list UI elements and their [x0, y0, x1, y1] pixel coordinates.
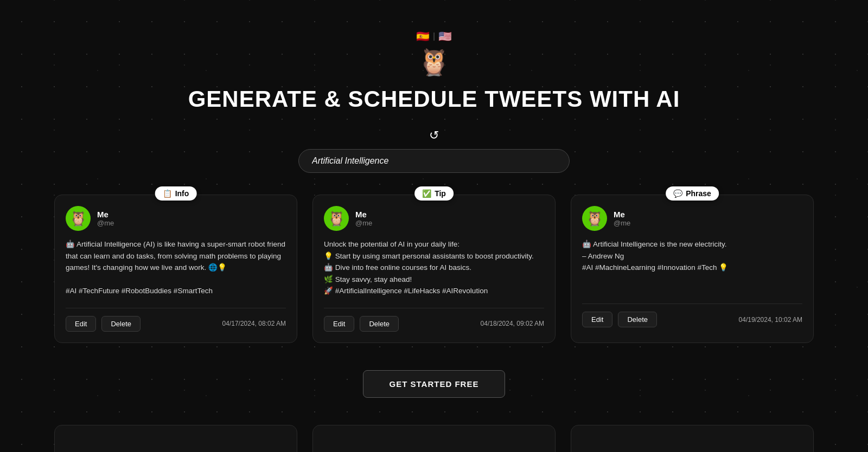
- delete-button-3[interactable]: Delete: [618, 312, 657, 327]
- badge-label-1: Info: [175, 189, 189, 198]
- page-title: GENERATE & SCHEDULE TWEETS WITH AI: [188, 86, 680, 112]
- card-footer-2: Edit Delete 04/18/2024, 09:02 AM: [324, 308, 544, 332]
- bottom-card-1: [54, 425, 297, 452]
- username-3: Me: [614, 210, 630, 219]
- edit-button-1[interactable]: Edit: [66, 316, 96, 332]
- user-info-2: Me @me: [355, 210, 372, 227]
- search-input[interactable]: [298, 149, 570, 173]
- card-header-1: 🦉 Me @me: [66, 206, 286, 231]
- search-container: [298, 149, 570, 173]
- handle-3: @me: [614, 219, 630, 227]
- card-body-2: Unlock the potential of AI in your daily…: [324, 238, 544, 297]
- delete-button-2[interactable]: Delete: [360, 316, 399, 332]
- card-footer-1: Edit Delete 04/17/2024, 08:02 AM: [66, 308, 286, 332]
- card-header-2: 🦉 Me @me: [324, 206, 544, 231]
- delete-button-1[interactable]: Delete: [101, 316, 141, 332]
- card-body-1: 🤖 Artificial Intelligence (AI) is like h…: [66, 238, 286, 297]
- user-info-1: Me @me: [97, 210, 114, 227]
- badge-icon-2: ✅: [422, 189, 431, 198]
- badge-1: 📋 Info: [155, 186, 197, 201]
- flags-row: 🇪🇸 | 🇺🇸: [416, 30, 452, 43]
- refresh-button[interactable]: ↺: [427, 127, 441, 144]
- tweet-card-1: 📋 Info 🦉 Me @me 🤖 Artificial Intelligenc…: [54, 195, 297, 343]
- username-2: Me: [355, 210, 372, 219]
- page-wrapper: 🇪🇸 | 🇺🇸 🦉 GENERATE & SCHEDULE TWEETS WIT…: [0, 0, 868, 452]
- badge-2: ✅ Tip: [414, 186, 454, 201]
- timestamp-2: 04/18/2024, 09:02 AM: [481, 320, 544, 327]
- bottom-cards-row: [54, 425, 814, 452]
- avatar-2: 🦉: [324, 206, 349, 231]
- cta-button[interactable]: GET STARTED FREE: [363, 370, 506, 398]
- refresh-row: ↺: [427, 127, 441, 144]
- spanish-flag: 🇪🇸: [416, 30, 430, 43]
- handle-2: @me: [355, 219, 372, 227]
- cards-row: 📋 Info 🦉 Me @me 🤖 Artificial Intelligenc…: [54, 195, 814, 343]
- username-1: Me: [97, 210, 114, 219]
- badge-label-2: Tip: [435, 189, 446, 198]
- card-footer-3: Edit Delete 04/19/2024, 10:02 AM: [582, 304, 802, 327]
- card-header-3: 🦉 Me @me: [582, 206, 802, 231]
- avatar-1: 🦉: [66, 206, 91, 231]
- timestamp-1: 04/17/2024, 08:02 AM: [222, 320, 286, 327]
- bottom-card-2: [312, 425, 556, 452]
- app-logo: 🦉: [418, 47, 450, 78]
- badge-3: 💬 Phrase: [666, 186, 719, 201]
- bottom-card-3: [571, 425, 814, 452]
- edit-button-2[interactable]: Edit: [324, 316, 354, 332]
- timestamp-3: 04/19/2024, 10:02 AM: [739, 316, 802, 324]
- flag-divider: |: [433, 31, 435, 41]
- edit-button-3[interactable]: Edit: [582, 312, 612, 327]
- badge-label-3: Phrase: [686, 189, 711, 198]
- tweet-card-2: ✅ Tip 🦉 Me @me Unlock the potential of A…: [312, 195, 556, 343]
- avatar-3: 🦉: [582, 206, 607, 231]
- badge-icon-3: 💬: [673, 189, 682, 198]
- badge-icon-1: 📋: [163, 189, 172, 198]
- tweet-card-3: 💬 Phrase 🦉 Me @me 🤖 Artificial Intellige…: [571, 195, 814, 343]
- card-body-3: 🤖 Artificial Intelligence is the new ele…: [582, 238, 802, 293]
- us-flag: 🇺🇸: [438, 30, 452, 43]
- user-info-3: Me @me: [614, 210, 630, 227]
- handle-1: @me: [97, 219, 114, 227]
